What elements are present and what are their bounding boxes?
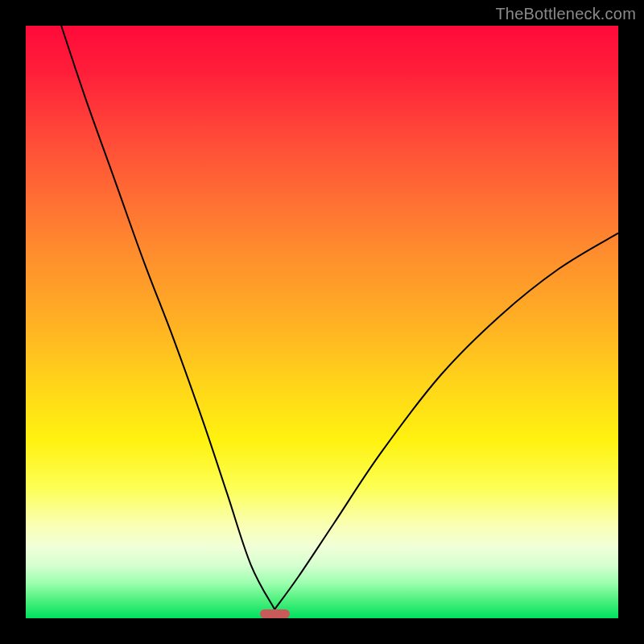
bottleneck-curve	[26, 26, 618, 618]
plot-area	[26, 26, 618, 618]
curve-left-branch	[61, 26, 275, 609]
chart-frame: TheBottleneck.com	[0, 0, 644, 644]
curve-right-branch	[275, 233, 618, 609]
watermark-text: TheBottleneck.com	[495, 5, 636, 23]
optimum-marker	[260, 609, 290, 618]
